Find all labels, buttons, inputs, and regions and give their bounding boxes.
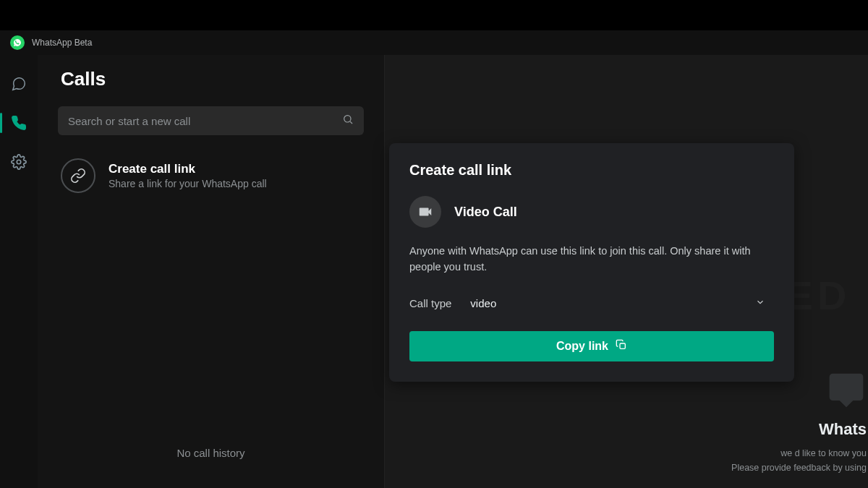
call-kind-label: Video Call	[454, 205, 517, 220]
right-pane: CBSTRIDED Create call link Video Call An…	[385, 55, 868, 488]
modal-title: Create call link	[409, 162, 774, 179]
video-camera-icon	[409, 196, 441, 228]
call-kind-row[interactable]: Video Call	[409, 196, 774, 228]
feedback-line-2: Please provide feedback by using	[731, 461, 867, 475]
search-input[interactable]	[68, 115, 342, 127]
svg-line-2	[350, 121, 352, 124]
search-icon	[342, 114, 354, 128]
modal-description: Anyone with WhatsApp can use this link t…	[409, 244, 774, 275]
chevron-down-icon	[755, 297, 765, 309]
copy-link-label: Copy link	[556, 340, 608, 353]
chat-bubble-icon	[826, 370, 867, 411]
feedback-title: Whats	[731, 416, 867, 442]
title-bar: WhatsApp Beta	[0, 30, 868, 55]
whatsapp-logo-icon	[10, 35, 25, 50]
create-link-title: Create call link	[109, 162, 267, 176]
create-link-subtitle: Share a link for your WhatsApp call	[109, 178, 267, 189]
search-box[interactable]	[58, 106, 364, 135]
app-title: WhatsApp Beta	[32, 38, 92, 48]
create-call-link-modal: Create call link Video Call Anyone with …	[389, 143, 794, 382]
copy-icon	[616, 339, 627, 354]
svg-point-1	[344, 116, 351, 122]
nav-item-chats[interactable]	[2, 68, 35, 100]
nav-item-settings[interactable]	[2, 146, 35, 178]
svg-rect-3	[620, 343, 625, 348]
svg-point-0	[17, 160, 21, 164]
copy-link-button[interactable]: Copy link	[409, 331, 774, 361]
call-type-select[interactable]: video	[461, 291, 774, 315]
call-type-value: video	[470, 297, 496, 309]
empty-state: No call history	[58, 447, 364, 488]
pane-title: Calls	[61, 68, 364, 90]
feedback-area: Whats we d like to know you Please provi…	[731, 370, 868, 475]
link-icon	[61, 158, 95, 193]
nav-rail	[0, 55, 38, 488]
call-type-label: Call type	[409, 297, 451, 309]
feedback-line-1: we d like to know you	[731, 446, 867, 461]
nav-item-calls[interactable]	[2, 107, 35, 139]
create-call-link-row[interactable]: Create call link Share a link for your W…	[58, 154, 364, 209]
calls-pane: Calls Create call link Share a link for …	[38, 55, 385, 488]
